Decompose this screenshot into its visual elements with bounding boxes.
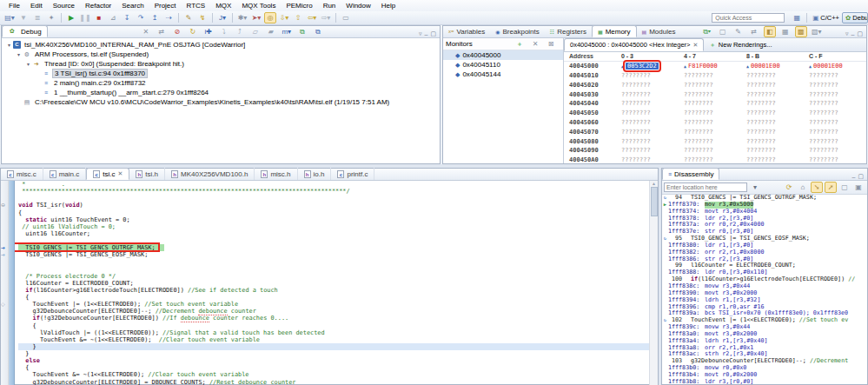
resume-icon[interactable]: ▶ <box>65 12 77 23</box>
editor-tab-main-c[interactable]: cmain.c <box>43 168 87 180</box>
minimize-icon[interactable]: ‒ <box>424 31 427 37</box>
pattern-icon[interactable]: ▰ <box>265 26 277 37</box>
memory-cell[interactable]: ???????? <box>616 110 679 116</box>
debug-tree-row[interactable]: ▾➜Thread [ID: 0x0] (Suspended: Breakpoin… <box>2 59 440 69</box>
debug-tree-row[interactable]: ≡2 main() main.c:29 0x1fff8732 <box>2 78 440 88</box>
close-icon[interactable]: ✕ <box>117 170 123 177</box>
code-line[interactable]: { <box>18 322 649 329</box>
run-config-dropdown[interactable]: ➤▾ <box>250 12 262 23</box>
editor-annotation-ruler[interactable]: ⊖➔➔◇ <box>1 181 9 385</box>
maximize-icon[interactable]: ▢ <box>857 30 863 37</box>
menu-mqx-tools[interactable]: MQX Tools <box>236 1 281 10</box>
disconnect-red-icon[interactable]: ⊘ <box>171 26 183 37</box>
build-icon[interactable]: ✦ <box>45 12 57 23</box>
memory-cell[interactable]: ▲00001E00 <box>804 63 866 70</box>
editor-scrollbar[interactable]: ▲ <box>649 181 658 385</box>
step-return-icon[interactable]: ↥ <box>149 12 161 23</box>
disassembly-listing[interactable]: ↻94TSI0_GENCS |= TSI_GENCS_OUTRGF_MASK;▶… <box>662 195 867 385</box>
debug-tree-row[interactable]: ▾Ctsi_MK40X256VMD100_INTERNAL_RAM_PnE OS… <box>2 40 440 50</box>
flash-icon[interactable]: ↯ <box>196 12 209 23</box>
back-dropdown[interactable]: ⇦▾ <box>306 12 318 23</box>
memory-cell[interactable]: ???????? <box>616 147 679 154</box>
maximize-icon[interactable]: ▢ <box>430 30 436 37</box>
new-tab-icon[interactable]: ▢ <box>717 26 729 37</box>
code-line[interactable]: TSI0_GENCS |= TSI_GENCS_EOSF_MASK; <box>18 251 649 258</box>
memory-cell[interactable]: ???????? <box>679 147 741 154</box>
home-icon[interactable]: ⌂ <box>797 182 809 193</box>
memory-cell[interactable]: ???????? <box>679 82 741 89</box>
add-monitor-icon[interactable]: ＋ <box>514 38 526 50</box>
menu-run[interactable]: Run <box>318 1 341 10</box>
code-line[interactable]: if(l16Counter>g16ElectrodeTouch[ELECTROD… <box>18 287 649 294</box>
memory-cell[interactable]: ???????? <box>804 147 866 154</box>
tab-breakpoints[interactable]: ◉Breakpoints <box>490 25 545 37</box>
code-line[interactable]: { <box>18 294 649 301</box>
bookmark-icon[interactable]: ◇ <box>1 301 5 308</box>
memory-cell[interactable]: ???????? <box>616 129 679 136</box>
code-line[interactable] <box>18 266 649 273</box>
highlight-toggle[interactable]: ◎ <box>264 12 276 23</box>
monitor-item[interactable]: ◆0x40045144 <box>443 70 563 79</box>
memory-cell[interactable]: ???????? <box>741 110 804 116</box>
code-line[interactable]: { <box>18 209 649 216</box>
perspective-debug[interactable]: ✿Debug <box>842 12 868 23</box>
flash-programmer-dropdown[interactable]: J▾ <box>216 12 229 23</box>
menu-pemicro[interactable]: PEMicro <box>281 1 317 10</box>
fold-marker-icon[interactable]: ⊖ <box>1 202 5 209</box>
memory-cell[interactable]: ▲F81F0000 <box>679 63 741 70</box>
code-line[interactable]: { <box>18 364 649 371</box>
minimize-icon[interactable]: ‒ <box>851 31 854 37</box>
tab-disassembly[interactable]: ≡ Disassembly <box>662 168 719 180</box>
editor-tab-io-h[interactable]: hio.h <box>298 168 332 180</box>
instruction-pointer-icon[interactable]: ➔ <box>1 244 5 251</box>
save-icon[interactable]: ▼ <box>17 12 30 23</box>
step-over-icon[interactable]: ↷ <box>135 12 147 23</box>
editor-tab-misc-c[interactable]: cmisc.c <box>1 168 43 180</box>
tab-hex-rendering[interactable]: 0x40045000 : 0x40045000 <Hex Integer> ✕ <box>564 38 704 51</box>
disconnect-icon[interactable]: ⊿ <box>107 12 119 23</box>
memory-cell[interactable]: ???????? <box>679 138 741 145</box>
maximize-icon[interactable]: ▢ <box>858 173 864 180</box>
memory-cell[interactable]: ???????? <box>741 119 804 126</box>
fetch-dropdown[interactable]: ⇩▾ <box>278 12 290 23</box>
memory-cell[interactable]: ???????? <box>616 119 679 126</box>
new-rendering-icon[interactable]: ✎ <box>732 26 745 37</box>
code-line[interactable]: TouchEvent |= (1<<ELECTRODE0); //Set tou… <box>18 301 649 308</box>
memory-cell[interactable]: ???????? <box>741 100 804 107</box>
menu-rtcs[interactable]: RTCS <box>182 1 211 10</box>
memory-cell[interactable]: ???????? <box>616 156 679 163</box>
memory-cell[interactable]: ???????? <box>679 129 741 136</box>
memory-cell[interactable]: ???????? <box>741 82 804 89</box>
table-toggle[interactable]: ▦ <box>779 26 792 37</box>
menu-refactor[interactable]: Refactor <box>80 1 116 10</box>
editor-tab-printf-c[interactable]: cprintf.c <box>331 168 374 180</box>
memory-cell[interactable]: ???????? <box>616 82 679 89</box>
view-menu-icon[interactable]: ▿ <box>419 30 422 37</box>
step-return-icon[interactable]: ⤴ <box>234 26 246 37</box>
monitor-item[interactable]: ◆0x40045000 <box>443 50 563 60</box>
tab-debug[interactable]: ✿ Debug <box>2 25 48 37</box>
scrollbar-thumb[interactable] <box>651 187 658 216</box>
menu-project[interactable]: Project <box>149 1 182 10</box>
new-wizard-dropdown[interactable]: ▤▾ <box>3 12 16 23</box>
tab-new-renderings[interactable]: ＋ New Renderings... <box>704 38 777 51</box>
code-line[interactable]: // uint16 lValidTouch = 0; <box>18 223 649 230</box>
memory-cell[interactable]: ???????? <box>741 129 804 136</box>
location-dropdown-icon[interactable]: ▾ <box>749 182 761 193</box>
code-line[interactable]: if(!g32DebounceCounter[ELECTRODE0]) //If… <box>18 315 649 322</box>
step-into-icon[interactable]: i✚ <box>202 26 215 37</box>
code-line[interactable] <box>18 195 649 202</box>
trace-icon[interactable]: ✎ <box>182 12 195 23</box>
close-icon[interactable]: ✕ <box>692 42 698 49</box>
tree-expander-icon[interactable]: ▾ <box>15 51 23 57</box>
memory-cell[interactable]: ???????? <box>679 110 741 116</box>
multicore-resume-icon[interactable]: ⧉ <box>296 26 308 37</box>
memory-cell[interactable]: ???????? <box>741 72 804 79</box>
memory-cell[interactable]: ???????? <box>679 72 741 79</box>
memory-cell[interactable]: ???????? <box>616 138 679 145</box>
code-line[interactable]: TSI0_GENCS |= TSI_GENCS_OUTRGF_MASK; <box>18 244 164 251</box>
code-line[interactable]: * . <box>18 181 649 188</box>
remove-monitor-icon[interactable]: ✕ <box>529 38 541 50</box>
tree-expander-icon[interactable]: ▾ <box>24 61 32 67</box>
code-line[interactable]: void TSI_isr(void) <box>18 202 649 209</box>
